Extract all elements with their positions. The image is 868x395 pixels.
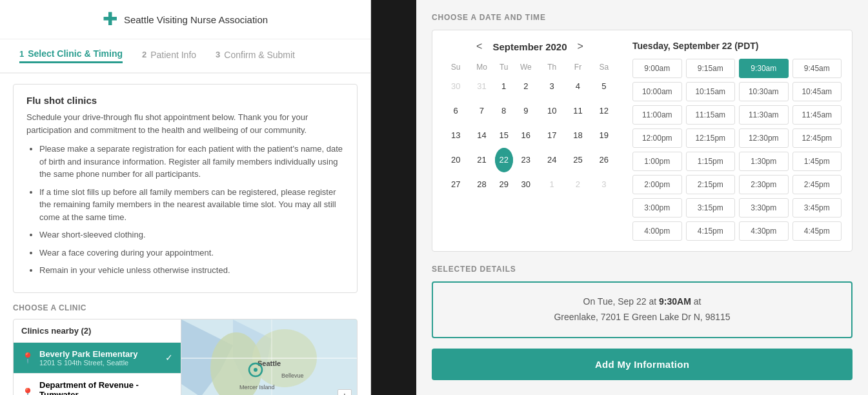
step-3-label: Confirm & Submit [224, 50, 295, 60]
time-slot-2-2[interactable]: 11:30am [739, 105, 789, 125]
step-3[interactable]: 3 Confirm & Submit [216, 50, 295, 63]
time-slots-panel: Tuesday, September 22 (PDT) 9:00am9:15am… [632, 41, 842, 241]
cal-cell-2-4[interactable]: 17 [539, 123, 565, 148]
time-slot-5-0[interactable]: 2:00pm [632, 175, 682, 194]
cal-cell-2-1[interactable]: 14 [469, 123, 494, 148]
right-panel: CHOOSE A DATE AND TIME < September 2020 … [416, 0, 868, 395]
map-area: Seattle Bellevue Mercer Island + [181, 319, 357, 396]
cal-cell-0-0[interactable]: 30 [443, 74, 469, 99]
cal-cell-3-6[interactable]: 26 [591, 148, 617, 172]
cal-cell-3-2[interactable]: 22 [495, 148, 513, 172]
bullet-2: If a time slot fills up before all famil… [39, 186, 344, 224]
cal-cell-3-0[interactable]: 20 [443, 148, 469, 172]
clinic-item-0[interactable]: 📍 Beverly Park Elementary 1201 S 104th S… [14, 343, 181, 374]
date-time-title: CHOOSE A DATE AND TIME [432, 13, 853, 22]
time-slot-0-3[interactable]: 9:45am [792, 59, 842, 78]
step-2-label: Patient Info [150, 50, 196, 60]
cal-row-4: 27282930123 [443, 172, 617, 197]
time-slot-0-2[interactable]: 9:30am [739, 59, 789, 78]
info-card-bullets: Please make a separate registration for … [26, 143, 344, 277]
time-slot-2-1[interactable]: 11:15am [686, 105, 736, 125]
cal-th-fr: Fr [565, 60, 590, 74]
time-slot-6-2[interactable]: 3:30pm [739, 198, 789, 218]
step-2[interactable]: 2 Patient Info [142, 50, 196, 63]
cal-cell-4-0[interactable]: 27 [443, 172, 469, 197]
time-slot-2-3[interactable]: 11:45am [792, 105, 842, 125]
clinic-section: CHOOSE A CLINIC Clinics nearby (2) 📍 Bev… [0, 303, 370, 396]
time-slot-5-2[interactable]: 2:30pm [739, 175, 789, 194]
cal-row-3: 20212223242526 [443, 148, 617, 172]
time-slot-1-1[interactable]: 10:15am [686, 82, 736, 101]
time-slot-6-0[interactable]: 3:00pm [632, 198, 682, 218]
map-zoom-in[interactable]: + [338, 389, 352, 396]
time-slot-1-0[interactable]: 10:00am [632, 82, 682, 101]
time-slot-5-1[interactable]: 2:15pm [686, 175, 736, 194]
cal-cell-4-5[interactable]: 2 [565, 172, 590, 197]
time-slot-2-0[interactable]: 11:00am [632, 105, 682, 125]
cal-next-button[interactable]: > [578, 41, 583, 52]
info-card: Flu shot clinics Schedule your drive-thr… [13, 84, 358, 293]
cal-cell-0-2[interactable]: 1 [495, 74, 513, 99]
time-slot-7-2[interactable]: 4:30pm [739, 221, 789, 241]
cal-cell-1-6[interactable]: 12 [591, 99, 617, 123]
time-slot-6-1[interactable]: 3:15pm [686, 198, 736, 218]
cal-cell-4-1[interactable]: 28 [469, 172, 494, 197]
cal-cell-2-5[interactable]: 18 [565, 123, 590, 148]
step-2-num: 2 [142, 50, 146, 59]
bullet-5: Remain in your vehicle unless otherwise … [39, 264, 344, 277]
cal-cell-4-2[interactable]: 29 [495, 172, 513, 197]
step-1-num: 1 [19, 49, 24, 59]
check-icon-0: ✓ [165, 352, 173, 363]
cal-cell-1-2[interactable]: 8 [495, 99, 513, 123]
step-1[interactable]: 1 Select Clinic & Timing [19, 48, 123, 63]
info-card-intro: Schedule your drive-through flu shot app… [26, 111, 344, 136]
time-grid: 9:00am9:15am9:30am9:45am10:00am10:15am10… [632, 59, 842, 241]
time-slot-3-0[interactable]: 12:00pm [632, 128, 682, 148]
cal-cell-0-5[interactable]: 4 [565, 74, 590, 99]
time-slot-6-3[interactable]: 3:45pm [792, 198, 842, 218]
clinic-item-1[interactable]: 📍 Department of Revenue - Tumwater 6500 … [14, 374, 181, 396]
time-slot-4-0[interactable]: 1:00pm [632, 152, 682, 171]
cal-cell-2-3[interactable]: 16 [513, 123, 539, 148]
cal-cell-1-5[interactable]: 11 [565, 99, 590, 123]
cal-cell-1-3[interactable]: 9 [513, 99, 539, 123]
cal-cell-2-2[interactable]: 15 [495, 123, 513, 148]
cal-cell-4-4[interactable]: 1 [539, 172, 565, 197]
time-slot-4-1[interactable]: 1:15pm [686, 152, 736, 171]
cal-cell-4-6[interactable]: 3 [591, 172, 617, 197]
logo-icon: ✚ [103, 10, 117, 28]
cal-cell-0-4[interactable]: 3 [539, 74, 565, 99]
cal-cell-4-3[interactable]: 30 [513, 172, 539, 197]
add-information-button[interactable]: Add My Information [432, 349, 853, 380]
cal-cell-2-6[interactable]: 19 [591, 123, 617, 148]
time-slot-7-3[interactable]: 4:45pm [792, 221, 842, 241]
time-slot-1-3[interactable]: 10:45am [792, 82, 842, 101]
bullet-1: Please make a separate registration for … [39, 143, 344, 181]
cal-cell-1-1[interactable]: 7 [469, 99, 494, 123]
cal-cell-1-4[interactable]: 10 [539, 99, 565, 123]
time-slot-4-3[interactable]: 1:45pm [792, 152, 842, 171]
time-slot-3-3[interactable]: 12:45pm [792, 128, 842, 148]
cal-cell-0-1[interactable]: 31 [469, 74, 494, 99]
time-slot-4-2[interactable]: 1:30pm [739, 152, 789, 171]
time-slot-7-1[interactable]: 4:15pm [686, 221, 736, 241]
step-3-num: 3 [216, 50, 220, 59]
time-slot-5-3[interactable]: 2:45pm [792, 175, 842, 194]
time-slot-0-0[interactable]: 9:00am [632, 59, 682, 78]
cal-row-1: 6789101112 [443, 99, 617, 123]
cal-cell-0-3[interactable]: 2 [513, 74, 539, 99]
cal-cell-3-1[interactable]: 21 [469, 148, 494, 172]
cal-cell-3-4[interactable]: 24 [539, 148, 565, 172]
time-slot-3-1[interactable]: 12:15pm [686, 128, 736, 148]
cal-prev-button[interactable]: < [476, 41, 482, 52]
cal-cell-3-3[interactable]: 23 [513, 148, 539, 172]
cal-cell-2-0[interactable]: 13 [443, 123, 469, 148]
time-slot-1-2[interactable]: 10:30am [739, 82, 789, 101]
cal-row-2: 13141516171819 [443, 123, 617, 148]
cal-cell-0-6[interactable]: 5 [591, 74, 617, 99]
time-slot-0-1[interactable]: 9:15am [686, 59, 736, 78]
cal-cell-1-0[interactable]: 6 [443, 99, 469, 123]
time-slot-7-0[interactable]: 4:00pm [632, 221, 682, 241]
cal-cell-3-5[interactable]: 25 [565, 148, 590, 172]
time-slot-3-2[interactable]: 12:30pm [739, 128, 789, 148]
